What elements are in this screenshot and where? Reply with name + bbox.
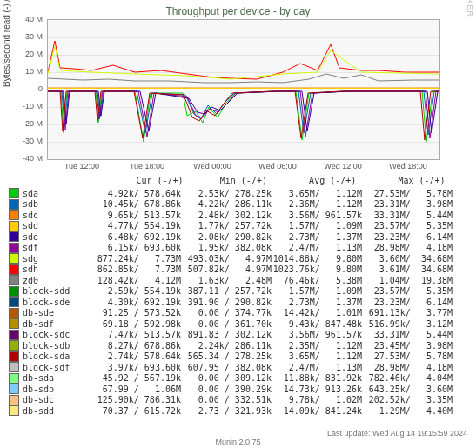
- series-name: block-sdd: [23, 286, 91, 296]
- series-avg: 2.47M/ 1.13M: [272, 243, 362, 252]
- y-tick: 30 M: [6, 32, 43, 41]
- color-swatch: [9, 384, 19, 394]
- series-avg: 2.73M/ 1.37M: [272, 232, 362, 242]
- color-swatch: [9, 210, 19, 220]
- series-min: 1.95k/ 382.08k: [181, 243, 272, 252]
- legend-row: sde 6.48k/ 692.19k 2.08k/ 290.82k 2.73M/…: [9, 231, 461, 243]
- series-name: db-sdc: [23, 395, 91, 405]
- legend-row: sdg 877.24k/ 7.73M493.03k/ 4.97M1014.88k…: [9, 253, 461, 264]
- series-cur: 4.92k/ 578.64k: [91, 189, 181, 198]
- y-tick: -20 M: [6, 119, 43, 128]
- series-avg: 1.57M/ 1.09M: [272, 286, 362, 296]
- color-swatch: [9, 231, 19, 242]
- series-max: 202.52k/ 3.35M: [362, 395, 453, 405]
- series-cur: 8.27k/ 678.86k: [91, 341, 181, 351]
- color-swatch: [9, 308, 19, 318]
- series-min: 0.00 / 361.70k: [181, 319, 272, 329]
- x-tick: Tue 12:00: [64, 162, 99, 171]
- series-name: sdc: [23, 211, 91, 220]
- series-min: 0.00 / 332.51k: [181, 395, 272, 405]
- color-swatch: [9, 286, 19, 297]
- color-swatch: [9, 221, 19, 231]
- series-cur: 67.99 / 1.06M: [91, 384, 181, 394]
- series-min: 2.48k/ 302.12k: [181, 211, 272, 220]
- series-cur: 877.24k/ 7.73M: [91, 254, 181, 264]
- y-tick: -40 M: [6, 154, 43, 163]
- series-min: 493.03k/ 4.97M: [181, 254, 272, 264]
- series-cur: 3.97k/ 693.60k: [91, 363, 181, 372]
- series-name: block-sdc: [23, 330, 91, 339]
- series-cur: 45.92 / 567.19k: [91, 373, 181, 383]
- legend-row: zd0 128.42k/ 4.12M 1.63k/ 2.48M 76.46k/ …: [9, 275, 461, 286]
- legend-row: block-sda 2.74k/ 578.64k565.34 / 278.25k…: [9, 351, 461, 363]
- color-swatch: [9, 275, 19, 285]
- series-avg: 1.57M/ 1.09M: [272, 221, 362, 231]
- series-cur: 125.90k/ 786.31k: [91, 395, 181, 405]
- series-name: sdg: [23, 254, 91, 264]
- series-avg: 14.73k/ 913.26k: [272, 384, 362, 394]
- x-tick: Wed 06:00: [258, 162, 296, 171]
- color-swatch: [9, 318, 19, 329]
- series-avg: 3.56M/ 961.57k: [272, 211, 362, 220]
- series-max: 28.98M/ 4.18M: [362, 363, 453, 372]
- legend-row: sdd 4.77k/ 554.19k 1.77k/ 257.72k 1.57M/…: [9, 221, 461, 232]
- legend-header: Cur (-/+) Min (-/+) Avg (-/+) Max (-/+): [26, 176, 446, 185]
- series-name: block-sde: [23, 298, 91, 307]
- color-swatch: [9, 199, 19, 210]
- series-max: 33.31M/ 5.44M: [362, 211, 453, 220]
- series-max: 643.25k/ 3.60M: [362, 384, 453, 394]
- legend-row: sdc 9.65k/ 513.57k 2.48k/ 302.12k 3.56M/…: [9, 210, 461, 221]
- legend-row: block-sdf 3.97k/ 693.60k607.95 / 382.08k…: [9, 362, 461, 373]
- series-min: 1.63k/ 2.48M: [181, 276, 272, 285]
- color-swatch: [9, 373, 19, 384]
- series-max: 23.23M/ 6.14M: [362, 298, 453, 307]
- series-min: 0.00 / 390.29k: [181, 384, 272, 394]
- series-max: 28.98M/ 4.18M: [362, 243, 453, 252]
- legend-row: db-sdd 70.37 / 615.72k 2.73 / 321.93k 14…: [9, 405, 461, 417]
- series-cur: 10.45k/ 678.86k: [91, 199, 181, 209]
- series-avg: 3.65M/ 1.12M: [272, 351, 362, 361]
- series-name: sdf: [23, 243, 91, 252]
- legend-row: sda 4.92k/ 578.64k 2.53k/ 278.25k 3.65M/…: [9, 188, 461, 199]
- series-cur: 6.15k/ 693.60k: [91, 243, 181, 252]
- series-cur: 9.65k/ 513.57k: [91, 211, 181, 220]
- series-max: 782.46k/ 4.04M: [362, 373, 453, 383]
- color-swatch: [9, 264, 19, 275]
- series-name: db-sdf: [23, 319, 91, 329]
- color-swatch: [9, 330, 19, 340]
- series-avg: 1014.88k/ 9.80M: [272, 254, 362, 264]
- series-max: 3.60M/ 34.68M: [362, 254, 453, 264]
- series-name: db-sda: [23, 373, 91, 383]
- series-cur: 4.77k/ 554.19k: [91, 221, 181, 231]
- series-min: 4.22k/ 286.11k: [181, 199, 272, 209]
- series-avg: 3.56M/ 961.57k: [272, 330, 362, 339]
- series-max: 3.61M/ 34.68M: [362, 264, 453, 274]
- series-name: db-sdb: [23, 384, 91, 394]
- series-name: block-sdb: [23, 341, 91, 351]
- series-avg: 2.36M/ 1.12M: [272, 199, 362, 209]
- color-swatch: [9, 253, 19, 264]
- series-avg: 2.47M/ 1.13M: [272, 363, 362, 372]
- series-cur: 2.74k/ 578.64k: [91, 351, 181, 361]
- series-min: 391.90 / 290.82k: [181, 298, 272, 307]
- series-name: db-sdd: [23, 406, 91, 416]
- last-update: Last update: Wed Aug 14 19:15:59 2024: [0, 429, 476, 438]
- series-min: 0.00 / 374.77k: [181, 308, 272, 318]
- series-cur: 70.37 / 615.72k: [91, 406, 181, 416]
- series-name: sda: [23, 189, 91, 198]
- series-min: 0.00 / 309.12k: [181, 373, 272, 383]
- series-avg: 2.35M/ 1.12M: [272, 341, 362, 351]
- legend-row: block-sdd 2.59k/ 554.19k387.11 / 257.72k…: [9, 286, 461, 298]
- series-cur: 862.85k/ 7.73M: [91, 264, 181, 274]
- series-avg: 9.78k/ 1.02M: [272, 395, 362, 405]
- series-cur: 6.48k/ 692.19k: [91, 232, 181, 242]
- series-name: sde: [23, 232, 91, 242]
- series-name: sdd: [23, 221, 91, 231]
- series-avg: 9.43k/ 847.48k: [272, 319, 362, 329]
- series-max: 33.31M/ 5.44M: [362, 330, 453, 339]
- series-min: 387.11 / 257.72k: [181, 286, 272, 296]
- series-max: 516.99k/ 3.12M: [362, 319, 453, 329]
- series-max: 23.23M/ 6.14M: [362, 232, 453, 242]
- series-min: 507.82k/ 4.97M: [181, 264, 272, 274]
- color-swatch: [9, 243, 19, 253]
